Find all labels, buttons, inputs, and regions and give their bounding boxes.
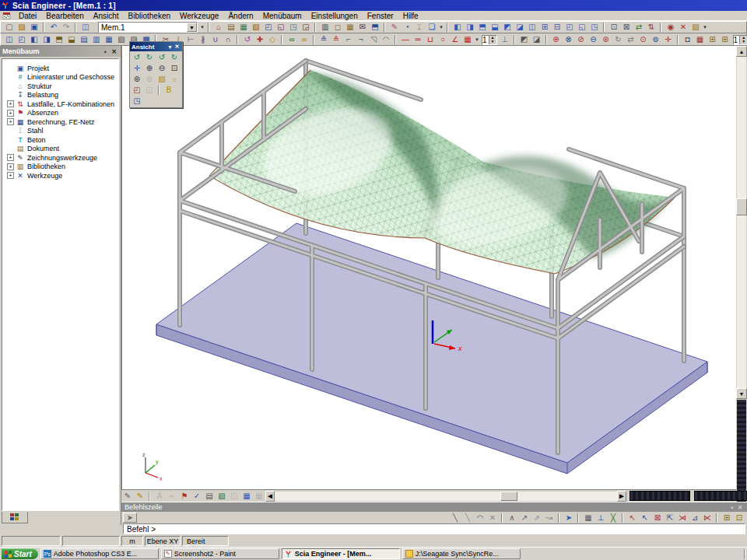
table2-snap-icon[interactable]: ⊡ xyxy=(733,513,745,523)
layers2-icon[interactable]: ⊞ xyxy=(719,34,731,45)
view-window-icon-12[interactable]: ◳ xyxy=(588,22,601,33)
tree-item-absenzen[interactable]: + ⚑ Absenzen xyxy=(7,109,118,118)
send-icon[interactable]: ✉ xyxy=(356,22,369,33)
menu-einstellungen[interactable]: Einstellungen xyxy=(307,12,363,20)
start-button[interactable]: Start xyxy=(2,548,38,559)
cube-view-icon[interactable]: ◳ xyxy=(131,96,143,107)
zoom-out-icon[interactable]: ⊖ xyxy=(156,63,168,74)
beam-icon[interactable]: ◨ xyxy=(40,34,53,45)
view-save-icon[interactable]: ◰ xyxy=(131,85,143,96)
selection-spinner-2[interactable]: 1▲▼ xyxy=(733,35,747,45)
vertical-scrollbar[interactable]: ▲ ▼ xyxy=(736,46,747,502)
key-icon[interactable]: ✎ xyxy=(388,22,401,33)
spinner2-arrows-icon[interactable]: ▲▼ xyxy=(739,36,747,44)
node-mirror-icon[interactable]: ⇄ xyxy=(625,34,637,45)
node-rotate-icon[interactable]: ↻ xyxy=(612,34,625,45)
rotate-z-icon[interactable]: ↺ xyxy=(156,52,168,63)
wall-icon[interactable]: ▥ xyxy=(90,34,103,45)
node-delete-icon[interactable]: ⊖ xyxy=(587,34,600,45)
tree-item-projekt[interactable]: ▣ Projekt xyxy=(7,64,118,73)
task-explorer[interactable]: J:\Seagate Sync\SyncRe... xyxy=(402,548,521,559)
search-doc-icon[interactable]: ◔ xyxy=(401,22,413,33)
menu-menubaum[interactable]: Menübaum xyxy=(258,12,307,20)
support-icon[interactable]: ◇ xyxy=(266,34,279,45)
node-array-icon[interactable]: ✛ xyxy=(662,34,675,45)
ansicht-close-icon[interactable]: ✕ xyxy=(174,44,181,50)
perp-snap-icon[interactable]: ⊿ xyxy=(689,513,701,523)
print-icon[interactable]: ▥ xyxy=(319,22,331,33)
draw-line-icon[interactable]: — xyxy=(399,34,412,45)
walk-axes-icon[interactable]: ✛ xyxy=(131,63,143,74)
picture-icon[interactable]: ▦ xyxy=(237,22,250,33)
view-window-icon-1[interactable]: ◧ xyxy=(451,22,464,33)
level2-icon[interactable]: ≙ xyxy=(330,34,342,45)
para-snap-icon[interactable]: ⋉ xyxy=(701,513,714,523)
rotate-member-icon[interactable]: ↺ xyxy=(241,34,254,45)
cmd-pin-icon[interactable]: ▪ xyxy=(728,504,736,511)
node-move-icon[interactable]: ⊗ xyxy=(563,34,575,45)
doc-b-icon[interactable]: B xyxy=(163,85,175,96)
opening-icon[interactable]: ▧ xyxy=(115,34,128,45)
frame2-icon[interactable]: ¬ xyxy=(355,34,367,45)
pencil-yellow-icon[interactable]: ✎ xyxy=(134,491,146,502)
abc-check-icon[interactable]: ✓ xyxy=(191,491,203,502)
len-snap-icon[interactable]: ⋊ xyxy=(676,513,689,523)
view-name-combo[interactable]: Mem.1 ▼ xyxy=(98,22,198,33)
add-folder-icon[interactable]: ▧ xyxy=(689,22,702,33)
tree-item-belastung[interactable]: ↧ Belastung xyxy=(7,91,118,100)
flag-icon[interactable]: ⚑ xyxy=(178,491,191,502)
redo-icon[interactable]: ↷ xyxy=(60,22,72,33)
tree-item-linienraster[interactable]: # Linienraster und Geschosse xyxy=(7,73,118,82)
node-copy-icon[interactable]: ⊛ xyxy=(600,34,612,45)
join-icon[interactable]: ∪ xyxy=(209,34,222,45)
toolbar1-overflow2-icon[interactable]: ▾ xyxy=(702,22,708,33)
close-panel-icon[interactable]: ✕ xyxy=(110,47,118,56)
snap-mid-icon[interactable]: ◪ xyxy=(531,34,543,45)
tree-item-dokument[interactable]: ▤ Dokument xyxy=(7,145,118,154)
menu-bearbeiten[interactable]: Bearbeiten xyxy=(41,12,88,20)
menu-werkzeuge[interactable]: Werkzeuge xyxy=(175,12,223,20)
save-icon[interactable]: ▣ xyxy=(28,22,40,33)
draw-circle-icon[interactable]: ○ xyxy=(437,34,449,45)
menu-bibliotheken[interactable]: Bibliotheken xyxy=(124,12,175,20)
axis-snap-icon[interactable]: ⊥ xyxy=(594,513,607,523)
rotate-x-icon[interactable]: ↺ xyxy=(131,52,143,63)
view-restore-icon[interactable]: ◲ xyxy=(143,85,156,96)
tree-item-werkzeuge[interactable]: + ✕ Werkzeuge xyxy=(7,171,118,180)
node-stretch-icon[interactable]: ⊚ xyxy=(650,34,662,45)
view-window-icon-10[interactable]: ◰ xyxy=(563,22,576,33)
zoom-window-icon[interactable]: ⊡ xyxy=(168,63,181,74)
rib-icon[interactable]: ⬒ xyxy=(53,34,65,45)
wrench-icon[interactable]: ✕ xyxy=(677,22,689,33)
horizontal-scrollbar[interactable] xyxy=(275,492,617,501)
pick-cursor-icon[interactable]: ➤ xyxy=(123,513,137,523)
member-1d-icon[interactable]: ◫ xyxy=(3,34,16,45)
text-style-icon[interactable]: A xyxy=(153,491,166,502)
command-input[interactable]: Befehl > xyxy=(123,523,745,534)
befehlszeile-header[interactable]: Befehlszeile ▪ ✕ xyxy=(121,502,747,512)
view-window-icon-2[interactable]: ◨ xyxy=(464,22,476,33)
sync-icon[interactable]: ⇅ xyxy=(645,22,658,33)
menu-hilfe[interactable]: Hilfe xyxy=(398,12,423,20)
vscroll-thumb[interactable] xyxy=(736,198,747,215)
ansicht-dropdown-icon[interactable]: ▼ xyxy=(167,44,174,50)
rigid-link-icon[interactable]: ∞ xyxy=(298,34,310,45)
view-window-icon-6[interactable]: ◪ xyxy=(514,22,526,33)
palette-icon[interactable]: ▧ xyxy=(216,491,228,502)
draw-angle-icon[interactable]: ∠ xyxy=(449,34,461,45)
menu-datei[interactable]: Datei xyxy=(14,12,41,20)
snap-line-icon[interactable]: ╲ xyxy=(449,513,461,523)
project-window-icon[interactable]: ◫ xyxy=(79,22,92,33)
copy-icon[interactable]: ⊡ xyxy=(608,22,620,33)
undo-icon[interactable]: ↶ xyxy=(47,22,60,33)
snap-circle-icon[interactable]: ◠ xyxy=(474,513,486,523)
draw-parallel-icon[interactable]: ═ xyxy=(412,34,424,45)
status-plane[interactable]: Ebene XY xyxy=(145,536,181,546)
column-icon[interactable]: ◧ xyxy=(28,34,40,45)
draw-grid-icon[interactable]: ▦ xyxy=(461,34,474,45)
cursor-snap-icon[interactable]: ➤ xyxy=(563,513,575,523)
combo-dropdown-icon[interactable]: ▼ xyxy=(187,23,197,32)
link-icon[interactable]: ∞ xyxy=(286,34,298,45)
image-save-icon[interactable]: ▦ xyxy=(694,34,707,45)
toolbar1-overflow-icon[interactable]: ▾ xyxy=(438,22,444,33)
